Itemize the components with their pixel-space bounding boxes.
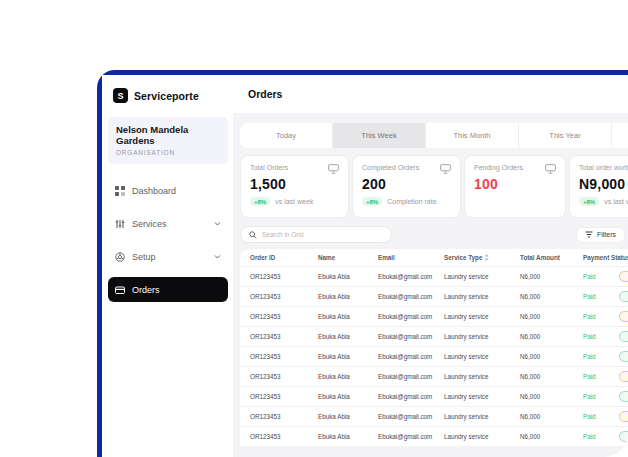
cell-total-amount: N6,000 <box>520 353 583 360</box>
column-header-email[interactable]: Email <box>378 254 444 261</box>
cell-order-id: OR123453 <box>250 293 318 300</box>
tab-this-year[interactable]: This Year <box>519 123 612 148</box>
table-row[interactable]: OR123453 Ebuka Abia Ebukai@gmail.com Lau… <box>240 366 628 386</box>
cell-order-id: OR123453 <box>250 433 318 440</box>
sidebar-item-orders[interactable]: Orders <box>108 277 228 302</box>
cell-name: Ebuka Abia <box>318 273 378 280</box>
column-header-service-type[interactable]: Service Type <box>444 254 520 261</box>
status-pill <box>619 371 628 382</box>
sidebar-item-services[interactable]: Services <box>108 211 228 236</box>
table-row[interactable]: OR123453 Ebuka Abia Ebukai@gmail.com Lau… <box>240 306 628 326</box>
cell-order-id: OR123453 <box>250 373 318 380</box>
status-pill <box>619 271 628 282</box>
table-row[interactable]: OR123453 Ebuka Abia Ebukai@gmail.com Lau… <box>240 286 628 306</box>
organisation-card[interactable]: Nelson Mandela Gardens ORGANISATION <box>108 117 228 164</box>
sidebar-item-dashboard[interactable]: Dashboard <box>108 178 228 203</box>
tab-this-month[interactable]: This Month <box>426 123 519 148</box>
stat-value: N9,000 <box>579 176 628 192</box>
tabbar-filler <box>612 123 628 148</box>
cell-payment-status: Paid <box>583 333 619 340</box>
stat-value: 200 <box>362 176 451 192</box>
main-area: Orders Today This Week This Month This Y… <box>233 75 628 457</box>
main-content: Today This Week This Month This Year Tot… <box>233 113 628 457</box>
cell-name: Ebuka Abia <box>318 373 378 380</box>
column-header-payment-status[interactable]: Payment Status <box>583 254 619 261</box>
sidebar-item-label: Setup <box>132 252 207 262</box>
app-name: Serviceporte <box>134 90 199 102</box>
stat-change-badge: +8% <box>362 197 382 206</box>
cell-payment-status: Paid <box>583 293 619 300</box>
sidebar-item-setup[interactable]: Setup <box>108 244 228 269</box>
cell-total-amount: N6,000 <box>520 273 583 280</box>
stat-label: Pending Orders <box>474 164 556 171</box>
stat-change-badge: +8% <box>250 197 270 206</box>
cell-name: Ebuka Abia <box>318 353 378 360</box>
sidebar-item-label: Services <box>132 219 207 229</box>
orders-table: Order ID Name Email Service Type Total A… <box>240 249 628 446</box>
cell-total-amount: N6,000 <box>520 293 583 300</box>
sort-icon[interactable] <box>484 254 489 261</box>
stat-label: Completed Orders <box>362 164 451 171</box>
search-box[interactable] <box>240 226 392 243</box>
column-header-name[interactable]: Name <box>318 254 378 261</box>
organisation-type: ORGANISATION <box>116 149 220 156</box>
status-pill <box>619 291 628 302</box>
cell-service-type: Laundry service <box>444 333 520 340</box>
stat-card-total-orders: Total Orders 1,500 +8% vs last week <box>240 155 349 218</box>
table-toolbar: Filters <box>240 226 625 243</box>
sliders-icon <box>115 219 125 229</box>
main-header: Orders <box>233 75 628 113</box>
cell-name: Ebuka Abia <box>318 333 378 340</box>
cell-payment-status: Paid <box>583 373 619 380</box>
column-header-order-id[interactable]: Order ID <box>250 254 318 261</box>
tab-this-week[interactable]: This Week <box>333 123 426 148</box>
table-row[interactable]: OR123453 Ebuka Abia Ebukai@gmail.com Lau… <box>240 266 628 286</box>
filters-button[interactable]: Filters <box>576 227 625 243</box>
status-pill <box>619 311 628 322</box>
stat-value: 1,500 <box>250 176 339 192</box>
monitor-icon <box>440 164 451 174</box>
cell-email: Ebukai@gmail.com <box>378 393 444 400</box>
cell-name: Ebuka Abia <box>318 413 378 420</box>
table-header-row: Order ID Name Email Service Type Total A… <box>240 249 628 266</box>
tab-today[interactable]: Today <box>240 123 333 148</box>
table-row[interactable]: OR123453 Ebuka Abia Ebukai@gmail.com Lau… <box>240 326 628 346</box>
table-row[interactable]: OR123453 Ebuka Abia Ebukai@gmail.com Lau… <box>240 406 628 426</box>
cell-email: Ebukai@gmail.com <box>378 413 444 420</box>
card-icon <box>115 285 125 295</box>
cell-order-id: OR123453 <box>250 413 318 420</box>
cell-total-amount: N6,000 <box>520 373 583 380</box>
cell-payment-status: Paid <box>583 313 619 320</box>
status-pill <box>619 411 628 422</box>
search-input[interactable] <box>262 231 372 238</box>
monitor-icon <box>545 164 556 174</box>
cell-name: Ebuka Abia <box>318 433 378 440</box>
cell-total-amount: N6,000 <box>520 333 583 340</box>
stat-card-pending-orders: Pending Orders 100 <box>464 155 566 218</box>
cell-service-type: Laundry service <box>444 313 520 320</box>
stat-caption: vs last week <box>604 198 628 205</box>
cell-email: Ebukai@gmail.com <box>378 293 444 300</box>
search-icon <box>249 231 257 239</box>
cell-total-amount: N6,000 <box>520 413 583 420</box>
sidebar-item-label: Orders <box>132 285 221 295</box>
stat-caption: vs last week <box>275 198 313 205</box>
chevron-down-icon <box>214 253 221 260</box>
helm-icon <box>115 252 125 262</box>
table-row[interactable]: OR123453 Ebuka Abia Ebukai@gmail.com Lau… <box>240 386 628 406</box>
monitor-icon <box>328 164 339 174</box>
cell-order-id: OR123453 <box>250 313 318 320</box>
status-pill <box>619 431 628 442</box>
cell-service-type: Laundry service <box>444 393 520 400</box>
chevron-down-icon <box>214 220 221 227</box>
sidebar-item-label: Dashboard <box>132 186 221 196</box>
column-header-total-amount[interactable]: Total Amount <box>520 254 583 261</box>
cell-service-type: Laundry service <box>444 273 520 280</box>
stat-caption: Completion rate <box>387 198 436 205</box>
cell-service-type: Laundry service <box>444 293 520 300</box>
mouse-cursor <box>616 446 628 457</box>
cell-name: Ebuka Abia <box>318 393 378 400</box>
table-row[interactable]: OR123453 Ebuka Abia Ebukai@gmail.com Lau… <box>240 346 628 366</box>
table-row[interactable]: OR123453 Ebuka Abia Ebukai@gmail.com Lau… <box>240 426 628 446</box>
cell-order-id: OR123453 <box>250 333 318 340</box>
